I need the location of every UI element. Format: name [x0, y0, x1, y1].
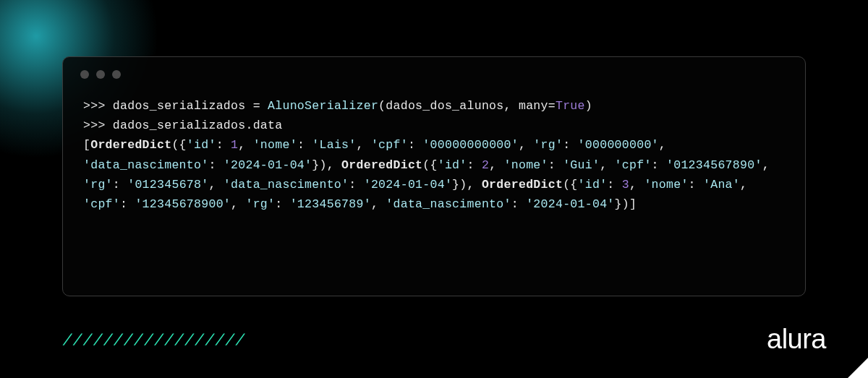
bool-literal: True — [556, 99, 585, 113]
slash-icon: / — [72, 330, 81, 348]
slash-icon: / — [113, 330, 122, 348]
expression: dados_serializados.data — [113, 119, 283, 132]
slash-icon: / — [205, 330, 213, 348]
colon: : — [607, 178, 621, 192]
slash-icon: / — [62, 330, 71, 348]
ordereddict-label: OrderedDict — [90, 138, 171, 152]
slash-icon: / — [195, 330, 203, 348]
dict-open: ({ — [422, 158, 437, 172]
str-literal: '2024-01-04' — [364, 178, 452, 192]
code-window: >>> dados_serializados = AlunoSerializer… — [62, 56, 806, 296]
dict-open: ({ — [171, 138, 186, 152]
colon: : — [563, 138, 577, 152]
str-literal: '00000000000' — [422, 138, 519, 152]
slash-icon: / — [225, 330, 234, 348]
arg-sep: , — [504, 99, 519, 113]
colon: : — [113, 178, 127, 192]
comma: , — [519, 138, 533, 152]
slash-icon: / — [174, 330, 183, 348]
comma: , — [762, 158, 777, 172]
slash-icon: / — [133, 330, 142, 348]
dict-key: 'rg' — [533, 138, 563, 152]
comma: , — [371, 197, 386, 211]
int-literal: 2 — [482, 158, 489, 172]
colon: : — [467, 158, 482, 172]
dict-key: 'nome' — [644, 178, 688, 192]
paren-close: ) — [585, 99, 592, 113]
str-literal: '12345678900' — [135, 197, 231, 211]
dict-key: 'rg' — [83, 178, 113, 192]
colon: : — [511, 197, 526, 211]
ordereddict-label: OrderedDict — [482, 178, 563, 192]
brand-logo: alura — [767, 324, 826, 355]
list-close: ] — [629, 197, 637, 211]
dict-key: 'data_nascimento' — [224, 178, 349, 192]
dict-key: 'data_nascimento' — [386, 197, 511, 211]
class-name: AlunoSerializer — [268, 99, 378, 113]
slash-decoration: ////////////////// — [62, 330, 244, 348]
slash-icon: / — [153, 330, 162, 348]
str-literal: '2024-01-04' — [224, 158, 312, 172]
ordereddict-label: OrderedDict — [341, 158, 422, 172]
dict-key: 'id' — [187, 138, 216, 152]
comma: , — [659, 138, 673, 152]
colon: : — [275, 197, 289, 211]
variable-name: dados_serializados — [113, 99, 246, 113]
colon: : — [216, 138, 231, 152]
dict-close: }) — [452, 178, 467, 192]
colon: : — [297, 138, 312, 152]
comma: , — [740, 178, 754, 192]
str-literal: '123456789' — [290, 197, 371, 211]
colon: : — [120, 197, 135, 211]
kwarg-name: many= — [519, 99, 556, 113]
slash-icon: / — [103, 330, 111, 348]
window-dot — [112, 70, 121, 79]
dict-key: 'nome' — [253, 138, 297, 152]
slash-icon: / — [143, 330, 152, 348]
dict-key: 'cpf' — [83, 197, 120, 211]
dict-close: }) — [615, 197, 629, 211]
paren-open: ( — [378, 99, 386, 113]
slash-icon: / — [215, 330, 224, 348]
comma: , — [629, 178, 644, 192]
slash-icon: / — [235, 330, 244, 348]
repl-prompt: >>> — [83, 99, 113, 113]
equals-op: = — [245, 99, 268, 113]
slash-icon: / — [163, 330, 172, 348]
dict-key: 'cpf' — [615, 158, 652, 172]
int-literal: 1 — [231, 138, 238, 152]
slash-icon: / — [82, 330, 91, 348]
dict-key: 'rg' — [245, 197, 275, 211]
colon: : — [548, 158, 563, 172]
colon: : — [349, 178, 363, 192]
str-literal: '2024-01-04' — [526, 197, 614, 211]
str-literal: 'Lais' — [312, 138, 356, 152]
comma: , — [327, 158, 341, 172]
colon: : — [689, 178, 703, 192]
comma: , — [467, 178, 482, 192]
comma: , — [231, 197, 245, 211]
colon: : — [208, 158, 223, 172]
dict-key: 'nome' — [504, 158, 548, 172]
comma: , — [489, 158, 503, 172]
corner-cut-icon — [847, 357, 868, 378]
comma: , — [600, 158, 614, 172]
dict-close: }) — [312, 158, 326, 172]
dict-key: 'data_nascimento' — [83, 158, 208, 172]
dict-key: 'cpf' — [371, 138, 408, 152]
str-literal: '000000000' — [578, 138, 659, 152]
colon: : — [652, 158, 666, 172]
comma: , — [238, 138, 252, 152]
comma: , — [357, 138, 371, 152]
code-content: >>> dados_serializados = AlunoSerializer… — [63, 79, 805, 227]
dict-open: ({ — [563, 178, 577, 192]
argument: dados_dos_alunos — [386, 99, 503, 113]
str-literal: 'Gui' — [563, 158, 600, 172]
int-literal: 3 — [622, 178, 629, 192]
window-dot — [80, 70, 89, 79]
dict-key: 'id' — [438, 158, 467, 172]
comma: , — [208, 178, 223, 192]
str-literal: '01234567890' — [666, 158, 762, 172]
repl-prompt: >>> — [83, 119, 113, 132]
slash-icon: / — [123, 330, 132, 348]
